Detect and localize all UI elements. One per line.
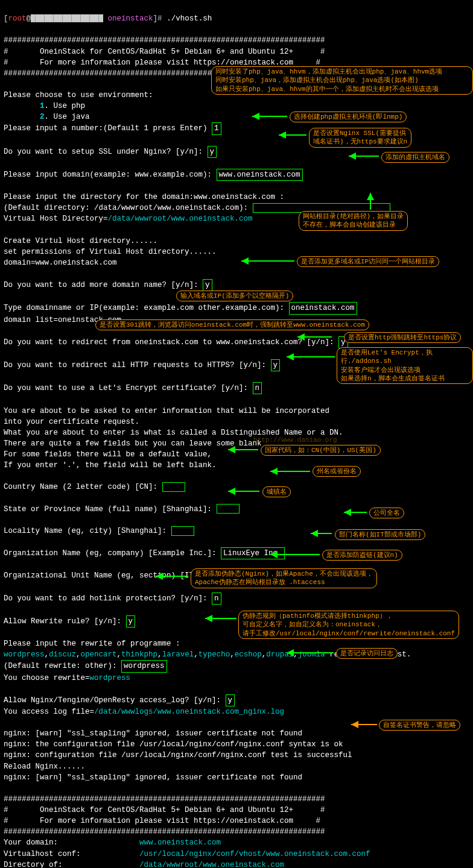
option-2: 2 xyxy=(40,113,45,121)
letsencrypt-prompt: Do you want to use a Let's Encrypt certi… xyxy=(4,384,253,392)
annotation-warn: 自签名证书警告，请忽略 xyxy=(379,720,460,731)
banner-bar: ########################################… xyxy=(4,36,325,45)
annotation-more: 是否添加更多域名或IP访问同一个网站根目录 xyxy=(297,256,439,267)
country-input[interactable] xyxy=(162,482,185,492)
rewrite-prompt: Allow Rewrite rule? [y/n]: xyxy=(4,617,126,626)
country-prompt: Country Name (2 letter code) [CN]: xyxy=(4,483,162,491)
banner-line: # OneinStack for CentOS/RadHat 5+ Debian… xyxy=(4,48,325,56)
nginx-warn: nginx: [warn] "ssl_stapling" ignored, is… xyxy=(4,773,302,782)
redirect-prompt: Do you want to redirect from oneinstack.… xyxy=(4,338,338,347)
terminal: [root@████████████████ oneinstack]# ./vh… xyxy=(0,0,473,868)
number-prompt: Please input a number:(Default 1 press E… xyxy=(4,124,212,133)
annotation-https: 是否设置http强制跳转至https协议 xyxy=(344,332,461,343)
annotation-ssl: 是否设置Nginx SSL(需要提供 域名证书)，无https要求建议n xyxy=(309,128,411,148)
accesslog-prompt: Allow Nginx/Tengine/OpenResty access_log… xyxy=(4,696,226,705)
annotation-org: 公司全名 xyxy=(369,508,404,518)
rewrite-prog-prompt: Please input the rewrite of programme : xyxy=(4,640,180,648)
more-prompt: Do you want to add more domain name? [y/… xyxy=(4,281,203,289)
annotation-domain: 添加的虚拟主机域名 xyxy=(381,152,449,163)
annotation-301: 是否设置301跳转，浏览器访问oneinstack.com时，强制跳转至www.… xyxy=(95,319,369,330)
type-prompt: Type domainname or IP(example: example.c… xyxy=(4,304,289,312)
ssl-input[interactable]: y xyxy=(208,146,217,158)
annotation-sp: 州名或省份名 xyxy=(313,466,361,477)
state-prompt: State or Province Name (full name) [Shan… xyxy=(4,505,217,514)
ssl-prompt: Do you want to setup SSL under Nginx? [y… xyxy=(4,148,208,156)
annotation-type: 输入域名或IP(添加多个以空格隔开) xyxy=(176,291,293,301)
annotation-ou: 部门名称(如IT部或市场部) xyxy=(335,529,425,540)
watermark: http://www.daniao.org xyxy=(253,436,337,445)
nginx-warn: nginx: [warn] "ssl_stapling" ignored, is… xyxy=(4,729,302,738)
annotation-hot: 是否添加防盗链(建议n) xyxy=(322,550,402,561)
hotlink-prompt: Do you want to add hotlink protection? [… xyxy=(4,594,212,603)
annotation-num: 选择创建php虚拟主机环境(即lnmp) xyxy=(290,112,407,122)
env-prompt: Please choose to use environment: xyxy=(4,91,153,99)
annotation-dir: 网站根目录(绝对路径)，如果目录 不存在，脚本会自动创建该目录 xyxy=(299,211,408,231)
rewrite-prog-input[interactable]: wordpress xyxy=(121,660,167,672)
banner-line: # For more information please visit http… xyxy=(4,58,320,67)
hotlink-input[interactable]: n xyxy=(212,593,221,605)
banner-bar: ########################################… xyxy=(4,795,325,804)
org-input[interactable]: LinuxEye Inc. xyxy=(221,547,285,559)
create-msg: Create Virtul Host directory...... xyxy=(4,237,157,245)
annotation-cn: 国家代码，如：CN(中国)，US(美国) xyxy=(261,445,381,456)
out-domain: Your domain: xyxy=(4,838,139,847)
dir-prompt: Please input the directory for the domai… xyxy=(4,193,284,201)
more-input[interactable]: y xyxy=(203,279,212,291)
user: root xyxy=(8,14,27,23)
https-prompt: Do you want to redirect all HTTP request… xyxy=(4,361,271,370)
out-vhconf: Virtualhost conf: xyxy=(4,850,139,858)
accesslog-path: /data/wwwlogs/www.oneinstack.com_nginx.l… xyxy=(94,708,284,716)
option-1: 1 xyxy=(40,102,45,110)
annotation-rwp: 伪静态规则（pathinfo模式请选择thinkphp）， 可自定义名字，如自定… xyxy=(238,611,459,639)
locality-prompt: Locality Name (eg, city) [Shanghai]: xyxy=(4,527,171,535)
domain-input[interactable]: www.oneinstack.com xyxy=(217,169,303,181)
vhost-dir: /data/wwwroot/www.oneinstack.com xyxy=(108,215,253,223)
prompt: [root@████████████████ oneinstack]# ./vh… xyxy=(4,14,212,23)
domain-prompt: Please input domain(example: www.example… xyxy=(4,171,217,179)
accesslog-input[interactable]: y xyxy=(226,694,235,706)
letsencrypt-input[interactable]: n xyxy=(253,382,262,394)
rewrite-input[interactable]: y xyxy=(126,615,136,627)
locality-input[interactable] xyxy=(171,526,194,536)
cert-msg: You are about to be asked to enter infor… xyxy=(4,407,329,415)
https-input[interactable]: y xyxy=(271,359,281,371)
type-input[interactable]: oneinstack.com xyxy=(289,302,357,314)
cwd: oneinstack xyxy=(108,14,153,23)
org-prompt: Organization Name (eg, company) [Example… xyxy=(4,549,221,558)
state-input[interactable] xyxy=(217,504,240,514)
annotation-le: 是否使用Let's Encrypt，执行./addons.sh 安装客户端才会出… xyxy=(337,347,473,384)
out-dir: Directory of: xyxy=(4,861,139,868)
annotation-rw: 是否添加伪静态(Nginx)，如果Apache，不会出现该选项， Apache伪… xyxy=(191,568,377,588)
annotation-log: 是否记录访问日志 xyxy=(336,648,398,659)
annotation-env: 同时安装了php、java、hhvm，添加虚拟主机会出现php、java、hhv… xyxy=(211,66,473,95)
command[interactable]: ./vhost.sh xyxy=(167,14,212,23)
annotation-lc: 城镇名 xyxy=(262,486,291,497)
number-input[interactable]: 1 xyxy=(212,122,221,134)
